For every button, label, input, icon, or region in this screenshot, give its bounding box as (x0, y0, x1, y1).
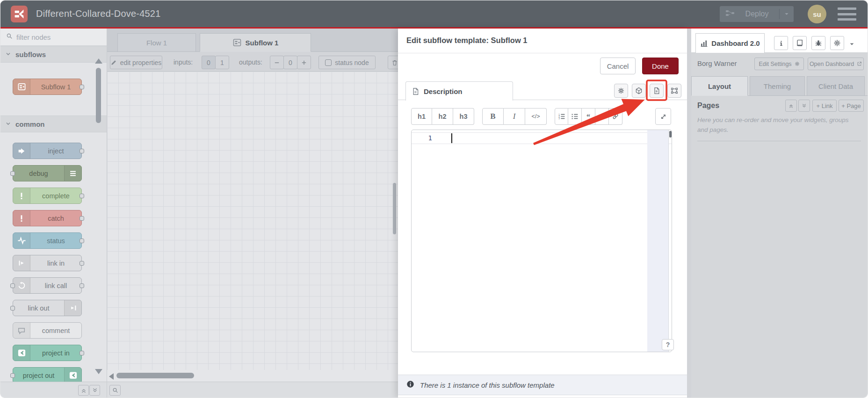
node-label: project out (13, 368, 64, 383)
sidebar-options-caret-icon[interactable] (849, 41, 855, 49)
status-node-toggle[interactable]: status node (318, 56, 376, 69)
palette-node-link-out[interactable]: link out (13, 300, 82, 316)
canvas-scroll-left-icon[interactable] (109, 373, 114, 380)
delete-subflow-button[interactable] (388, 56, 398, 69)
sidebar-tab-theming[interactable]: Theming (750, 76, 805, 96)
node-output-port[interactable] (80, 351, 84, 355)
sidebar-info-button[interactable] (774, 36, 788, 50)
tab-subflow-1[interactable]: Subflow 1 (200, 33, 311, 52)
description-file-icon (412, 87, 420, 95)
tab-description[interactable]: Description (405, 81, 513, 101)
description-tab-label: Description (424, 87, 463, 95)
tab-flow-1[interactable]: Flow 1 (117, 33, 196, 52)
edit-properties-button[interactable]: edit properties (110, 56, 162, 69)
palette-scrollbar[interactable] (96, 68, 101, 123)
canvas-vertical-scrollbar[interactable] (393, 183, 396, 234)
node-input-port[interactable] (10, 306, 15, 311)
sidebar-separator[interactable] (687, 29, 691, 398)
outputs-decrease-button[interactable] (270, 56, 284, 69)
tab-label: Subflow 1 (246, 39, 279, 47)
palette-node-link-call[interactable]: link call (13, 277, 82, 294)
move-down-button[interactable] (798, 100, 810, 112)
palette-node-debug[interactable]: debug (13, 165, 82, 181)
add-page-button[interactable]: + Page (839, 100, 864, 112)
move-up-button[interactable] (785, 100, 797, 112)
node-output-port[interactable] (80, 85, 84, 89)
expand-all-categories-button[interactable] (89, 385, 100, 396)
node-output-port[interactable] (80, 194, 84, 198)
status-node-checkbox[interactable] (325, 59, 332, 66)
palette-node-complete[interactable]: complete (13, 188, 82, 204)
palette-node-project-out[interactable]: project out (13, 367, 82, 384)
palette-category-common[interactable]: common (0, 116, 107, 132)
palette-node-comment[interactable]: comment (13, 322, 82, 339)
palette-node-Subflow-1[interactable]: Subflow 1 (13, 79, 82, 95)
node-output-port[interactable] (80, 261, 84, 266)
canvas-horizontal-scrollbar[interactable] (116, 373, 194, 378)
sidebar-gear-button[interactable] (830, 36, 844, 50)
node-output-port[interactable] (80, 283, 84, 288)
palette-category-subflows[interactable]: subflows (0, 46, 107, 63)
palette-search[interactable] (0, 29, 107, 46)
md-bold-button[interactable]: B (482, 108, 504, 125)
md-ordered-list-button[interactable]: 123 (555, 108, 568, 125)
description-editor[interactable]: 1 (411, 130, 672, 352)
collapse-all-categories-button[interactable] (78, 385, 89, 396)
open-dashboard-button[interactable]: Open Dashboard (808, 58, 864, 70)
outputs-increase-button[interactable] (297, 56, 311, 69)
md-h1-button[interactable]: h1 (411, 108, 432, 125)
subflow-properties-tab-button[interactable] (614, 84, 628, 98)
tab-dashboard-2[interactable]: Dashboard 2.0 (695, 33, 765, 53)
palette-node-link-in[interactable]: link in (13, 255, 82, 271)
md-quote-button[interactable]: “ (582, 108, 595, 125)
palette-filter-input[interactable] (16, 33, 87, 41)
palette-node-catch[interactable]: catch (13, 210, 82, 226)
flow-canvas[interactable] (107, 72, 398, 370)
description-tab-button[interactable] (650, 84, 664, 98)
deploy-options-caret-icon[interactable] (780, 11, 794, 17)
editor-help-button[interactable]: ? (662, 339, 674, 350)
md-horizontal-rule-button[interactable] (595, 108, 609, 125)
palette-node-inject[interactable]: inject (13, 143, 82, 159)
md-link-button[interactable] (609, 108, 622, 125)
svg-text:“: “ (586, 113, 590, 120)
node-output-port[interactable] (80, 149, 84, 153)
md-code-button[interactable]: </> (525, 108, 547, 125)
search-flows-button[interactable] (109, 385, 121, 396)
sidebar-tab-layout[interactable]: Layout (691, 76, 748, 96)
node-input-port[interactable] (10, 283, 15, 288)
md-italic-button[interactable]: I (504, 108, 525, 125)
node-output-port[interactable] (80, 216, 84, 221)
sidebar-book-button[interactable] (793, 36, 807, 50)
done-button[interactable]: Done (642, 58, 679, 74)
inputs-0-button[interactable]: 0 (202, 56, 216, 69)
node-label: comment (30, 323, 81, 338)
palette-category-content: injectdebugcompletecatchstatuslink inlin… (0, 132, 107, 388)
md-h3-button[interactable]: h3 (453, 108, 474, 125)
palette-scroll-up-icon[interactable] (95, 58, 102, 64)
palette-node-project-in[interactable]: project in (13, 345, 82, 361)
edit-subflow-tray: Edit subflow template: Subflow 1 Cancel … (398, 29, 687, 398)
add-link-button[interactable]: + Link (812, 100, 837, 112)
palette-scroll-down-icon[interactable] (95, 369, 102, 374)
md-unordered-list-button[interactable] (568, 108, 582, 125)
cancel-button[interactable]: Cancel (600, 58, 636, 74)
node-output-port[interactable] (80, 239, 84, 243)
editor-scrollbar[interactable] (669, 131, 672, 137)
appearance-tab-button[interactable] (667, 84, 681, 98)
node-input-port[interactable] (10, 171, 15, 176)
editor-expand-button[interactable] (655, 108, 671, 125)
inputs-1-button[interactable]: 1 (215, 56, 229, 69)
user-avatar[interactable]: su (808, 5, 826, 23)
node-label: project in (30, 345, 81, 361)
workspace-footer (107, 382, 398, 398)
edit-settings-button[interactable]: Edit Settings (754, 58, 804, 70)
sidebar-bug-button[interactable] (811, 36, 825, 50)
deploy-button[interactable]: Deploy (720, 6, 794, 22)
node-input-port[interactable] (10, 373, 15, 378)
sidebar-tab-client-data[interactable]: Client Data (807, 76, 865, 96)
module-properties-tab-button[interactable] (632, 84, 646, 98)
md-h2-button[interactable]: h2 (432, 108, 453, 125)
main-menu-icon[interactable] (838, 7, 856, 21)
palette-node-status[interactable]: status (13, 232, 82, 249)
